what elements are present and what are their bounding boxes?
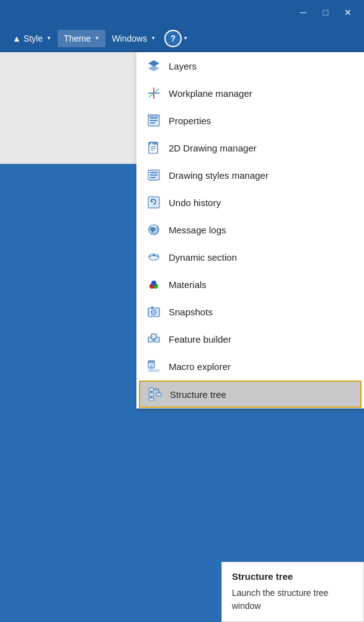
style-dropdown-icon: ▼ [47,35,51,41]
materials-icon [146,277,161,292]
tooltip-description: Launch the structure tree window [232,587,353,613]
menu-item-macro-explorer[interactable]: Macro explorer [136,353,364,380]
svg-rect-41 [149,388,154,391]
svg-rect-13 [151,143,153,145]
svg-point-25 [153,254,155,256]
tooltip-box: Structure tree Launch the structure tree… [221,562,364,622]
message-logs-label: Message logs [169,225,226,235]
2d-drawing-icon [146,140,161,155]
feature-builder-icon [146,331,161,346]
svg-rect-35 [151,334,156,339]
menu-item-workplane-manager[interactable]: Workplane manager [136,79,364,107]
dynamic-section-icon [146,250,161,264]
menu-item-2d-drawing-manager[interactable]: 2D Drawing manager [136,134,364,161]
menu-item-undo-history[interactable]: Undo history [136,189,364,216]
macro-explorer-icon [146,359,161,374]
menu-item-properties[interactable]: Properties [136,107,364,134]
svg-rect-42 [149,393,154,396]
close-button[interactable]: ✕ [337,3,359,22]
undo-history-icon [146,195,161,210]
menu-windows[interactable]: Windows ▼ [105,30,162,47]
properties-label: Properties [169,115,211,126]
drawing-styles-icon [146,168,161,183]
menu-item-dynamic-section[interactable]: Dynamic section [136,243,364,271]
menu-item-message-logs[interactable]: Message logs [136,216,364,243]
menu-item-feature-builder[interactable]: Feature builder [136,325,364,353]
windows-dropdown-menu: Layers Workplane manager [136,52,364,408]
help-button[interactable]: ? [164,30,182,47]
svg-rect-43 [156,393,161,396]
svg-point-28 [151,281,156,286]
svg-rect-38 [148,369,159,372]
left-panel-bottom [0,164,136,622]
maximize-button[interactable]: □ [314,3,337,22]
help-dropdown-icon: ▼ [183,35,188,41]
menu-item-drawing-styles-manager[interactable]: Drawing styles manager [136,161,364,189]
svg-marker-1 [148,65,159,71]
svg-rect-10 [148,115,159,117]
theme-dropdown-icon: ▼ [94,35,99,41]
tooltip-title: Structure tree [232,571,353,582]
menu-theme[interactable]: Theme ▼ [58,30,106,47]
menu-item-structure-tree[interactable]: Structure tree [139,381,362,408]
macro-explorer-label: Macro explorer [169,361,231,372]
menu-item-layers[interactable]: Layers [136,52,364,79]
structure-tree-icon [148,387,162,402]
left-panel [0,52,136,622]
workplane-icon [146,86,161,101]
svg-rect-21 [148,197,159,208]
layers-icon [146,58,161,73]
snapshots-label: Snapshots [169,307,213,317]
properties-icon [146,113,161,128]
svg-rect-32 [151,307,153,309]
feature-builder-label: Feature builder [169,334,231,345]
svg-point-31 [153,311,155,313]
main-area: Layers Workplane manager [0,52,364,622]
snapshots-icon [146,304,161,319]
svg-rect-44 [149,398,154,401]
workplane-label: Workplane manager [169,88,252,99]
undo-history-label: Undo history [169,197,221,208]
drawing-styles-label: Drawing styles manager [169,170,269,181]
2d-drawing-label: 2D Drawing manager [169,143,257,153]
menu-item-snapshots[interactable]: Snapshots [136,298,364,325]
structure-tree-label: Structure tree [170,389,226,400]
menu-style[interactable]: ▲ Style ▼ [6,30,58,47]
minimize-button[interactable]: ─ [292,3,314,22]
left-panel-top [0,52,136,164]
message-logs-icon [146,222,161,237]
materials-label: Materials [169,279,206,290]
dynamic-section-label: Dynamic section [169,252,237,263]
menu-item-materials[interactable]: Materials [136,271,364,298]
title-bar: ─ □ ✕ [0,0,364,25]
svg-point-5 [153,92,155,94]
style-caret-icon: ▲ [12,34,21,43]
menu-bar: ▲ Style ▼ Theme ▼ Windows ▼ ? ▼ [0,25,364,52]
svg-rect-12 [149,142,158,145]
windows-dropdown-icon: ▼ [151,35,156,41]
svg-rect-37 [148,361,154,363]
layers-label: Layers [169,61,197,71]
